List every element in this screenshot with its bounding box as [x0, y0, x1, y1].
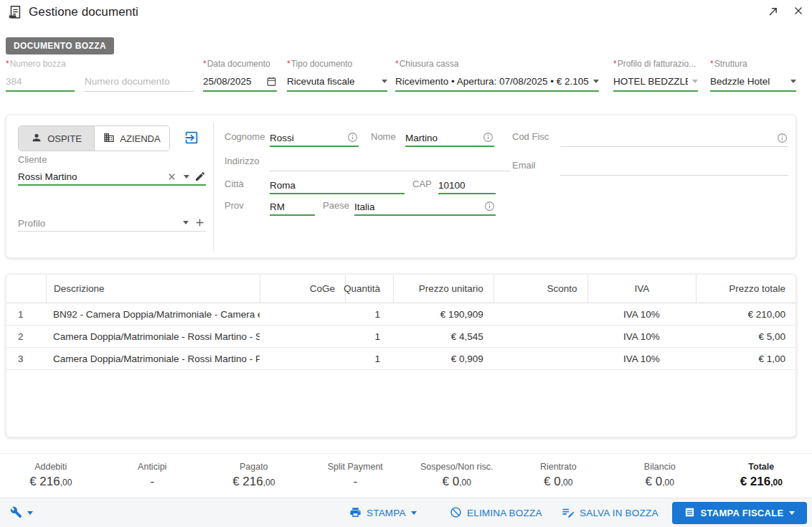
clear-icon[interactable]	[166, 171, 177, 182]
chiusura-cassa-field: *Chiusura cassa Ricevimento • Apertura: …	[395, 59, 599, 92]
col-prezzo-totale: Prezzo totale	[696, 275, 796, 303]
card-divider	[213, 123, 214, 252]
profilo-fatturazione-field: *Profilo di fatturazio... HOTEL BEDZZLE …	[613, 59, 698, 92]
info-icon[interactable]	[482, 131, 494, 143]
salva-in-bozza-button[interactable]: SALVA IN BOZZA	[561, 498, 658, 527]
summary-addebiti: Addebiti € 216,00	[0, 454, 102, 498]
paese-input[interactable]: Italia	[354, 196, 496, 216]
expand-icon[interactable]	[766, 4, 782, 20]
citta-input[interactable]: Roma	[270, 174, 405, 194]
stampa-button[interactable]: STAMPA	[349, 498, 417, 527]
table-row[interactable]: 2 Camera Doppia/Matrimoniale - Rossi Mar…	[6, 326, 796, 348]
numero-documento-field: Numero documento	[85, 72, 194, 92]
building-icon	[103, 132, 115, 146]
chevron-down-icon	[593, 80, 599, 83]
person-icon	[31, 132, 42, 146]
numero-documento-input[interactable]: Numero documento	[85, 72, 194, 92]
receipt-icon	[684, 507, 695, 520]
chiusura-cassa-label: *Chiusura cassa	[395, 59, 599, 72]
table-row[interactable]: 1 BN92 - Camera Doppia/Matrimoniale - Ca…	[6, 303, 796, 326]
window-header: Gestione documenti	[0, 0, 812, 26]
numero-bozza-label: *Numero bozza	[6, 59, 75, 72]
struttura-field: *Struttura Bedzzle Hotel	[710, 59, 796, 92]
struttura-label: *Struttura	[710, 59, 796, 72]
chevron-down-icon[interactable]	[183, 221, 189, 224]
cliente-label: Cliente	[18, 154, 47, 165]
tab-azienda[interactable]: AZIENDA	[94, 126, 169, 151]
citta-label: Città	[225, 179, 244, 189]
customer-type-tabs: OSPITE AZIENDA	[18, 125, 170, 151]
summary-rientrato: Rientrato € 0,00	[508, 454, 610, 498]
cognome-input[interactable]: Rossi	[270, 127, 359, 147]
info-icon[interactable]	[776, 132, 788, 144]
prov-input[interactable]: RM	[270, 196, 315, 216]
struttura-select[interactable]: Bedzzle Hotel	[710, 72, 796, 92]
block-icon	[450, 506, 462, 521]
summary-totale: Totale € 216,00	[711, 454, 812, 498]
receipt-icon	[7, 4, 23, 23]
tab-ospite[interactable]: OSPITE	[19, 126, 94, 151]
prov-label: Prov	[225, 200, 244, 211]
indirizzo-input[interactable]	[270, 151, 510, 171]
col-sconto: Sconto	[494, 275, 587, 303]
summary-pagato: Pagato € 216,00	[203, 454, 305, 498]
wrench-icon	[10, 506, 22, 521]
cap-input[interactable]: 10100	[438, 174, 496, 194]
tipo-documento-field: *Tipo documento Ricevuta fiscale	[287, 59, 387, 92]
info-icon[interactable]	[346, 131, 359, 143]
items-table: Descrizione CoGe Quantità Prezzo unitari…	[6, 274, 796, 437]
nome-input[interactable]: Martino	[405, 127, 494, 147]
chevron-down-icon	[411, 511, 417, 515]
status-badge: DOCUMENTO BOZZA	[6, 37, 114, 54]
table-header: Descrizione CoGe Quantità Prezzo unitari…	[6, 275, 796, 303]
edit-note-icon	[561, 505, 575, 521]
table-row[interactable]: 3 Camera Doppia/Matrimoniale - Rossi Mar…	[6, 348, 796, 370]
chevron-down-icon	[789, 511, 795, 515]
profilo-select[interactable]: Profilo	[18, 212, 206, 232]
info-icon[interactable]	[483, 200, 496, 212]
tools-button[interactable]	[10, 498, 33, 527]
customer-card: OSPITE AZIENDA Cliente Rossi Martino	[6, 115, 796, 258]
chevron-down-icon	[27, 511, 33, 515]
summary-bilancio: Bilancio € 0,00	[609, 454, 711, 498]
cliente-select[interactable]: Rossi Martino	[18, 166, 206, 186]
data-documento-input[interactable]: 25/08/2025	[203, 72, 277, 92]
col-coge: CoGe	[260, 275, 345, 303]
profilo-fatturazione-select[interactable]: HOTEL BEDZZLE S	[613, 72, 698, 92]
email-input[interactable]	[560, 156, 788, 176]
summary-sospeso: Sospeso/Non risc. € 0,00	[406, 454, 508, 498]
numero-bozza-input[interactable]: 384	[6, 72, 75, 92]
close-icon[interactable]	[792, 4, 808, 20]
col-iva: IVA	[587, 275, 697, 303]
cognome-label: Cognome	[225, 131, 265, 142]
summary-anticipi: Anticipi -	[102, 454, 204, 498]
indirizzo-label: Indirizzo	[225, 156, 259, 166]
chevron-down-icon	[382, 80, 387, 83]
stampa-fiscale-button[interactable]: STAMPA FISCALE	[672, 502, 807, 524]
tipo-documento-select[interactable]: Ricevuta fiscale	[287, 72, 387, 92]
bottom-toolbar: STAMPA ELIMINA BOZZA SALVA IN BOZZA STAM…	[0, 498, 812, 527]
summary-split-payment: Split Payment -	[305, 454, 407, 498]
paese-label: Paese	[323, 200, 349, 211]
col-row-number	[6, 275, 46, 303]
add-profilo-icon[interactable]	[194, 217, 206, 229]
nome-label: Nome	[371, 131, 396, 142]
cod-fisc-input[interactable]	[560, 127, 788, 147]
edit-pencil-icon[interactable]	[194, 171, 206, 182]
export-customer-icon[interactable]	[184, 130, 199, 146]
chiusura-cassa-select[interactable]: Ricevimento • Apertura: 07/08/2025 • € 2…	[395, 72, 599, 92]
numero-bozza-field: *Numero bozza 384	[6, 59, 75, 92]
col-quantita: Quantità	[345, 275, 393, 303]
elimina-bozza-button[interactable]: ELIMINA BOZZA	[450, 498, 542, 527]
col-prezzo-unitario: Prezzo unitario	[393, 275, 494, 303]
cap-label: CAP	[412, 179, 432, 189]
email-label: Email	[512, 160, 536, 171]
gestione-documenti-window: Gestione documenti DOCUMENTO BOZZA *Nume…	[0, 0, 812, 527]
totals-summary: Addebiti € 216,00 Anticipi - Pagato € 21…	[0, 453, 812, 498]
profilo-fatturazione-label: *Profilo di fatturazio...	[613, 59, 698, 72]
calendar-icon[interactable]	[266, 76, 277, 87]
page-title: Gestione documenti	[29, 5, 138, 19]
col-descrizione: Descrizione	[46, 275, 260, 303]
chevron-down-icon	[692, 80, 698, 83]
chevron-down-icon[interactable]	[184, 175, 189, 179]
